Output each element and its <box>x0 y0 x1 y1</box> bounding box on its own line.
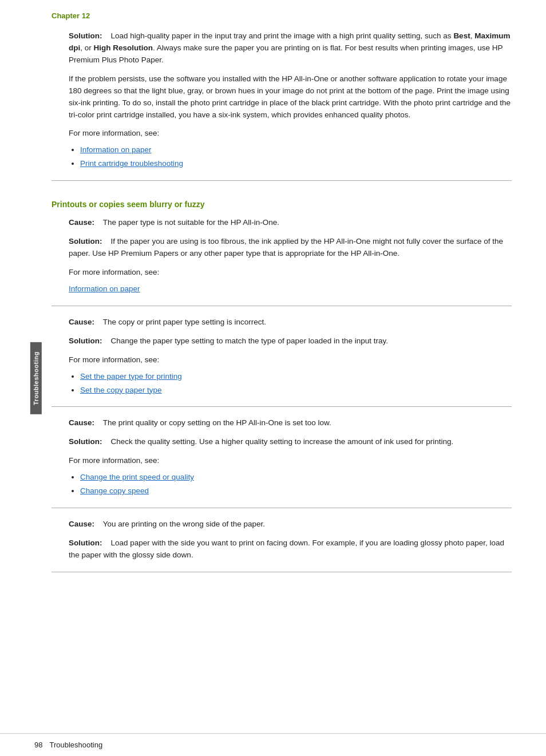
divider-1 <box>52 180 512 181</box>
links-list-4: Change the print speed or quality Change… <box>80 472 512 497</box>
cause-block-1: Cause: The paper type is not suitable fo… <box>69 217 512 229</box>
for-more-info-block-3: For more information, see: Set the paper… <box>69 354 512 397</box>
footer-page-number: 98 <box>34 741 42 749</box>
list-item: Change copy speed <box>80 485 512 497</box>
cause-block-3: Cause: The copy or print paper type sett… <box>69 316 512 328</box>
solution-label-2: Solution: <box>69 237 102 246</box>
cause-label-3: Cause: <box>69 318 94 326</box>
links-list-1: Information on paper Print cartridge tro… <box>80 144 512 170</box>
info-on-paper-link-1[interactable]: Information on paper <box>80 145 152 154</box>
solution-block-3: Solution: If the paper you are using is … <box>69 236 512 260</box>
for-more-info-block-4: For more information, see: Change the pr… <box>69 455 512 497</box>
list-item: Change the print speed or quality <box>80 472 512 484</box>
footer: 98 Troubleshooting <box>0 733 546 756</box>
cause-label-5: Cause: <box>69 520 94 528</box>
cause-text-4: The print quality or copy setting on the… <box>103 418 331 427</box>
section-heading: Printouts or copies seem blurry or fuzzy <box>52 200 512 209</box>
solution-text-1a: Load high-quality paper in the input tra… <box>111 31 454 40</box>
set-paper-type-link[interactable]: Set the paper type for printing <box>80 372 182 381</box>
list-item: Print cartridge troubleshooting <box>80 158 512 170</box>
list-item: Information on paper <box>80 144 512 156</box>
side-tab-troubleshooting: Troubleshooting <box>30 342 42 414</box>
solution-label-3: Solution: <box>69 337 102 345</box>
solution-text-2: If the paper you are using is too fibrou… <box>69 237 503 258</box>
solution-block-2: If the problem persists, use the softwar… <box>69 73 512 121</box>
cause-label-4: Cause: <box>69 418 94 427</box>
change-print-speed-link[interactable]: Change the print speed or quality <box>80 473 194 481</box>
cause-block-4: Cause: The print quality or copy setting… <box>69 417 512 429</box>
divider-5 <box>52 572 512 572</box>
solution-label-4: Solution: <box>69 437 102 446</box>
cause-label-1: Cause: <box>69 218 94 227</box>
solution-block-1: Solution: Load high-quality paper in the… <box>69 30 512 66</box>
cause-text-5: You are printing on the wrong side of th… <box>103 520 265 528</box>
list-item: Set the copy paper type <box>80 385 512 397</box>
solution-text-3: Change the paper type setting to match t… <box>111 337 389 345</box>
for-more-info-label-2: For more information, see: <box>69 267 512 279</box>
set-copy-paper-link[interactable]: Set the copy paper type <box>80 386 162 394</box>
cause-text-3: The copy or print paper type setting is … <box>103 318 266 326</box>
for-more-info-label-3: For more information, see: <box>69 354 512 366</box>
solution-block-6: Solution: Load paper with the side you w… <box>69 537 512 561</box>
cause-text-1: The paper type is not suitable for the H… <box>103 218 279 227</box>
print-cartridge-link[interactable]: Print cartridge troubleshooting <box>80 159 183 168</box>
list-item: Set the paper type for printing <box>80 371 512 383</box>
solution-label-5: Solution: <box>69 539 102 547</box>
for-more-info-label-4: For more information, see: <box>69 455 512 467</box>
chapter-header: Chapter 12 <box>52 11 512 20</box>
solution-text-4: Check the quality setting. Use a higher … <box>111 437 454 446</box>
divider-3 <box>52 406 512 407</box>
for-more-info-block-2: For more information, see: Information o… <box>69 267 512 295</box>
for-more-info-label-1: For more information, see: <box>69 128 512 140</box>
solution-block-4: Solution: Change the paper type setting … <box>69 335 512 347</box>
solution-text-5: Load paper with the side you want to pri… <box>69 539 504 559</box>
divider-4 <box>52 508 512 508</box>
change-copy-speed-link[interactable]: Change copy speed <box>80 486 149 495</box>
info-on-paper-link-2[interactable]: Information on paper <box>69 284 140 293</box>
divider-2 <box>52 306 512 306</box>
cause-block-5: Cause: You are printing on the wrong sid… <box>69 518 512 531</box>
solution-label-1: Solution: <box>69 31 102 40</box>
footer-section-label: Troubleshooting <box>49 741 102 749</box>
solution-block-5: Solution: Check the quality setting. Use… <box>69 436 512 448</box>
links-list-3: Set the paper type for printing Set the … <box>80 371 512 397</box>
for-more-info-block-1: For more information, see: Information o… <box>69 128 512 170</box>
